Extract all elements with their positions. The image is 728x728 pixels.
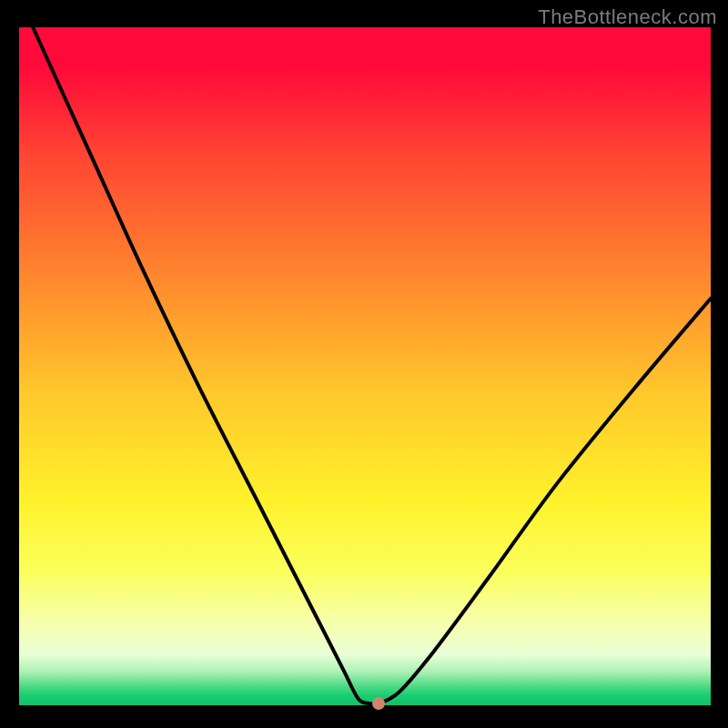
chart-frame: TheBottleneck.com — [0, 0, 728, 728]
current-config-marker — [372, 697, 385, 710]
plot-area — [19, 27, 711, 705]
watermark-text: TheBottleneck.com — [538, 5, 717, 29]
bottleneck-curve — [19, 27, 711, 705]
